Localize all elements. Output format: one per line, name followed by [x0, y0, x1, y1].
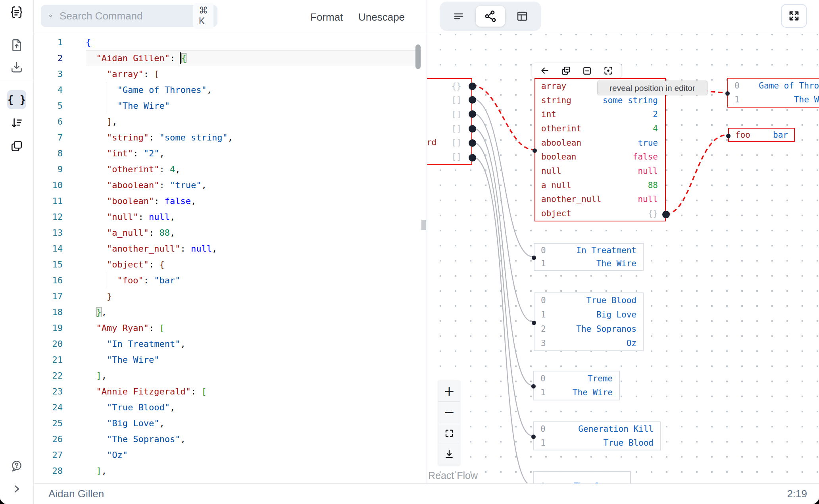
target-handle[interactable]	[533, 148, 537, 153]
fit-view-button[interactable]	[438, 423, 460, 444]
code-line[interactable]: 27 "Oz"	[34, 447, 421, 463]
code-line[interactable]: 28 ],	[34, 463, 421, 479]
code-line[interactable]: 21 "The Wire"	[34, 352, 421, 368]
table-view-button[interactable]	[508, 6, 537, 27]
collapse-node-icon[interactable]	[582, 66, 592, 76]
target-handle[interactable]	[532, 321, 536, 325]
source-handle[interactable]	[469, 139, 476, 147]
graph-node-annie[interactable]: 0True Blood1Big Love2The Sopranos3Oz	[534, 292, 644, 351]
code-line[interactable]: 19 "Amy Ryan": [	[34, 320, 421, 336]
back-arrow-icon[interactable]	[540, 65, 550, 76]
graph-node-main[interactable]: array[]stringsome stringint2otherint4abo…	[534, 78, 666, 221]
node-value: bar	[773, 130, 788, 140]
code-line[interactable]: 9 "otherint": 4,	[34, 162, 421, 177]
reactflow-attribution[interactable]: React Flow	[428, 470, 478, 481]
json-braces-icon[interactable]: { }	[7, 90, 26, 109]
copy-icon[interactable]	[561, 66, 571, 76]
target-handle[interactable]	[532, 256, 536, 260]
code-token: }	[96, 307, 102, 317]
code-line[interactable]: 2 "Aidan Gillen": {	[34, 50, 421, 66]
json-path-breadcrumb[interactable]: Aidan Gillen	[48, 488, 104, 500]
source-handle[interactable]	[469, 125, 476, 133]
code-line[interactable]: 1{	[34, 35, 421, 50]
source-handle[interactable]	[469, 96, 476, 104]
code-editor[interactable]: 1{2 "Aidan Gillen": {3 "array": [4 "Game…	[34, 34, 427, 483]
code-line[interactable]: 4 "Game of Thrones",	[34, 82, 421, 98]
source-handle[interactable]	[662, 211, 670, 218]
app-logo-icon[interactable]	[7, 3, 26, 22]
line-number: 21	[34, 352, 63, 368]
code-line[interactable]: 26 "The Sopranos",	[34, 431, 421, 447]
table-view-icon	[516, 10, 529, 23]
code-line[interactable]: 11 "boolean": false,	[34, 193, 421, 209]
code-token: :	[170, 53, 181, 63]
code-line[interactable]: 8 "int": "2",	[34, 146, 421, 162]
code-line[interactable]: 17 }	[34, 289, 421, 304]
array-index: 1	[541, 259, 546, 268]
line-content: ],	[86, 463, 421, 479]
graph-node-root[interactable]: Aidan Gillen{}Amy Ryan[]Annie Fitzgerald…	[427, 78, 472, 165]
code-line[interactable]: 12 "null": null,	[34, 209, 421, 225]
node-value: Game of Thrones	[759, 81, 819, 90]
graph-node-gen[interactable]: 0Generation Kill1True Blood	[533, 421, 661, 450]
code-line[interactable]: 23 "Annie Fitzgerald": [	[34, 384, 421, 400]
code-token	[86, 466, 96, 476]
graph-node-treme[interactable]: 0Treme1The Wire	[533, 371, 620, 400]
target-handle[interactable]	[726, 134, 731, 138]
code-line[interactable]: 15 "object": {	[34, 257, 421, 273]
code-line[interactable]: 20 "In Treatment",	[34, 336, 421, 352]
line-number: 15	[34, 257, 63, 273]
graph-node-got[interactable]: 0Game of Thrones1The Wire	[727, 78, 819, 108]
text-view-button[interactable]	[444, 6, 473, 27]
code-token: ,	[159, 418, 164, 428]
code-line[interactable]: 29 "Anwan Glover": [	[34, 479, 421, 483]
node-toolbar	[532, 63, 621, 78]
format-button[interactable]: Format	[310, 0, 343, 34]
code-line[interactable]: 6 ],	[34, 114, 421, 130]
graph-view-button[interactable]	[476, 6, 505, 27]
compare-icon[interactable]	[7, 137, 26, 156]
editor-scrollbar-thumb[interactable]	[415, 44, 421, 69]
graph-node-amy[interactable]: 0In Treatment1The Wire	[534, 243, 644, 271]
zoom-in-button[interactable]: +	[438, 381, 460, 402]
graph-node-foo[interactable]: foobar	[728, 128, 795, 142]
code-line[interactable]: 22 ],	[34, 368, 421, 384]
source-handle[interactable]	[469, 83, 476, 90]
type-bracket-icon: {}	[452, 81, 461, 91]
target-handle[interactable]	[725, 91, 730, 96]
fullscreen-button[interactable]	[781, 4, 807, 28]
search-input[interactable]	[59, 10, 193, 23]
unescape-button[interactable]: Unescape	[358, 0, 405, 34]
download-image-button[interactable]	[438, 444, 460, 465]
code-line[interactable]: 3 "array": [	[34, 66, 421, 82]
code-line[interactable]: 13 "a_null": 88,	[34, 225, 421, 241]
target-handle[interactable]	[531, 384, 536, 389]
zoom-out-button[interactable]: −	[438, 402, 460, 423]
collapse-chevron-icon[interactable]	[7, 479, 26, 498]
download-icon[interactable]	[7, 58, 26, 77]
help-icon[interactable]	[7, 457, 26, 476]
array-index: 0	[540, 374, 546, 383]
line-content: "In Treatment",	[86, 336, 421, 352]
download-image-icon	[444, 449, 454, 460]
code-line[interactable]: 5 "The Wire"	[34, 98, 421, 114]
graph-canvas[interactable]: Aidan Gillen{}Amy Ryan[]Annie Fitzgerald…	[427, 34, 819, 483]
target-handle[interactable]	[531, 435, 536, 439]
code-line[interactable]: 10 "aboolean": "true",	[34, 177, 421, 193]
source-handle[interactable]	[469, 110, 476, 118]
graph-node-corner[interactable]: 0The Corner	[533, 471, 631, 483]
code-line[interactable]: 7 "string": "some string",	[34, 130, 421, 146]
code-line[interactable]: 25 "Big Love",	[34, 416, 421, 431]
text-cursor	[180, 52, 181, 64]
code-line[interactable]: 18 },	[34, 304, 421, 320]
search-command-box[interactable]: ⌘ K	[41, 5, 217, 27]
node-value: 88	[648, 181, 658, 190]
upload-file-icon[interactable]	[7, 36, 26, 55]
reveal-in-editor-icon[interactable]	[603, 65, 613, 76]
sort-icon[interactable]	[7, 113, 26, 133]
code-line[interactable]: 14 "another_null": null,	[34, 241, 421, 257]
array-index: 2	[541, 324, 546, 334]
code-line[interactable]: 16 "foo": "bar"	[34, 273, 421, 289]
source-handle[interactable]	[469, 154, 476, 162]
code-line[interactable]: 24 "True Blood",	[34, 400, 421, 416]
